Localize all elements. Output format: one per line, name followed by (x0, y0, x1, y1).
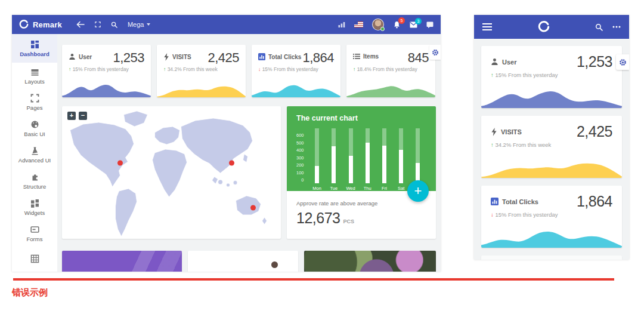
visits-sparkline-chart (481, 152, 622, 178)
sidebar-item-label: Pages (27, 104, 43, 111)
main-content: User 1,253 ↑ 15% From this yesterday VIS… (57, 34, 441, 272)
sidebar-item-dashboard[interactable]: Dashboard (12, 34, 57, 63)
map-zoom-out-button[interactable]: − (79, 112, 87, 120)
y-tick: 0 (301, 177, 304, 183)
bar (315, 166, 319, 183)
stat-value: 845 (408, 50, 429, 66)
sidebar-item-widgets[interactable]: Widgets (12, 194, 57, 220)
user-avatar[interactable] (372, 19, 384, 30)
bar (332, 146, 336, 183)
stat-label: Items (363, 53, 379, 60)
y-tick: 400 (296, 147, 304, 153)
user-icon (491, 58, 499, 66)
stat-value: 2,425 (208, 50, 239, 66)
map-marker-australia[interactable] (250, 205, 256, 211)
stat-label: VISITS (501, 128, 522, 136)
y-tick: 200 (296, 162, 304, 168)
search-icon[interactable] (595, 23, 603, 31)
white-card (188, 251, 299, 272)
fullscreen-icon[interactable] (95, 21, 101, 27)
brand[interactable]: Remark (19, 20, 62, 29)
sidebar-item-tables[interactable] (12, 247, 57, 272)
map-zoom-in-button[interactable]: + (67, 112, 76, 120)
stat-trend: ↑ 15% From this yesterday (62, 66, 151, 72)
user-icon (69, 53, 76, 60)
stat-trend: ↑ 34.2% From this week (481, 140, 622, 148)
bar-chart-bars (309, 128, 426, 183)
stat-card-visits: VISITS 2,425 ↑ 34.2% From this week (157, 45, 246, 97)
chat-sidebar-icon[interactable] (426, 21, 434, 28)
world-map (62, 106, 281, 239)
widgets-icon (30, 199, 39, 208)
table-icon (30, 254, 39, 263)
stat-label: Total Clicks (502, 198, 538, 205)
sidebar-item-advanced-ui[interactable]: Advanced UI (12, 141, 57, 168)
current-chart-card: The current chart 6005004003002001000 Mo… (287, 106, 436, 239)
map-marker-china[interactable] (229, 161, 234, 166)
user-sparkline-chart (62, 78, 151, 97)
bar (399, 150, 403, 183)
add-fab-button[interactable]: + (407, 180, 429, 202)
bar-track (416, 128, 420, 183)
mobile-stat-card-visits: VISITS 2,425 ↑ 34.2% From this week (481, 116, 622, 178)
stat-trend: ↑ 18.4% From this yesterday (346, 66, 435, 72)
mobile-stat-card-total-clicks: Total Clicks 1,864 ↓ 15% From this yeste… (481, 186, 622, 248)
stat-card-total-clicks: Total Clicks 1,864 ↓ 15% From this yeste… (252, 45, 340, 97)
x-tick: Wed (346, 186, 355, 191)
remark-logo-icon[interactable] (492, 21, 595, 33)
list-icon (353, 53, 360, 60)
photo-card (304, 251, 436, 272)
x-tick: Thu (364, 186, 371, 191)
settings-handle-button[interactable] (429, 45, 441, 60)
sidebar-item-label: Basic UI (24, 131, 45, 137)
bar (366, 143, 370, 183)
bottom-cards-row (62, 251, 436, 272)
lightning-icon (163, 53, 169, 61)
x-tick: Sat (398, 186, 404, 191)
message-badge: 3 (415, 18, 422, 24)
flask-icon (30, 146, 39, 155)
mini-chart-icon[interactable] (338, 21, 345, 27)
stat-value: 1,253 (577, 53, 612, 70)
stat-value: 1,253 (113, 50, 144, 66)
mega-menu-label: Mega (128, 21, 144, 28)
hamburger-menu-icon[interactable] (482, 23, 492, 30)
bar (382, 146, 386, 183)
sidebar-item-layouts[interactable]: Layouts (12, 63, 57, 89)
bar-track (349, 128, 353, 183)
bar-chart-y-axis: 6005004003002001000 (296, 133, 304, 183)
sidebar-item-label: Advanced UI (18, 157, 51, 164)
settings-handle-button[interactable] (616, 54, 629, 70)
language-flag-icon[interactable] (354, 21, 363, 27)
sidebar-item-structure[interactable]: Structure (12, 168, 57, 194)
sidebar-item-label: Structure (23, 183, 47, 190)
stat-label: User (502, 58, 516, 66)
sidebar-item-label: Widgets (24, 210, 45, 216)
palette-icon (30, 120, 39, 129)
world-map-card[interactable]: + − (62, 106, 281, 239)
stat-card-user: User 1,253 ↑ 15% From this yesterday (62, 45, 151, 97)
weekly-bar-chart-panel: The current chart 6005004003002001000 Mo… (287, 106, 436, 191)
clicks-sparkline-chart (481, 221, 622, 248)
next-card-partial (481, 255, 622, 260)
bar-track (366, 128, 370, 183)
map-marker-north-america[interactable] (117, 161, 123, 166)
more-options-icon[interactable] (612, 26, 621, 28)
notifications-button[interactable]: 5 (393, 21, 401, 29)
stat-value: 1,864 (302, 50, 334, 66)
clicks-sparkline-chart (252, 78, 340, 97)
sidebar-item-pages[interactable]: Pages (12, 89, 57, 115)
mobile-stat-card-user: User 1,253 ↑ 15% From this yesterday (481, 46, 622, 108)
messages-button[interactable]: 3 (410, 21, 417, 28)
sidebar-item-basic-ui[interactable]: Basic UI (12, 115, 57, 141)
search-icon[interactable] (111, 21, 117, 28)
stat-card-items: Items 845 ↑ 18.4% From this yesterday (346, 45, 435, 97)
desktop-dashboard: Remark Mega 5 3 (12, 15, 441, 272)
sidebar-item-forms[interactable]: Forms (12, 220, 57, 247)
back-arrow-icon[interactable] (76, 21, 85, 28)
stat-label: Total Clicks (268, 54, 301, 60)
online-status-dot (380, 27, 385, 31)
mega-menu[interactable]: Mega (128, 21, 151, 28)
stat-trend: ↑ 34.2% From this week (157, 66, 246, 72)
bar-chart-icon (491, 198, 499, 205)
